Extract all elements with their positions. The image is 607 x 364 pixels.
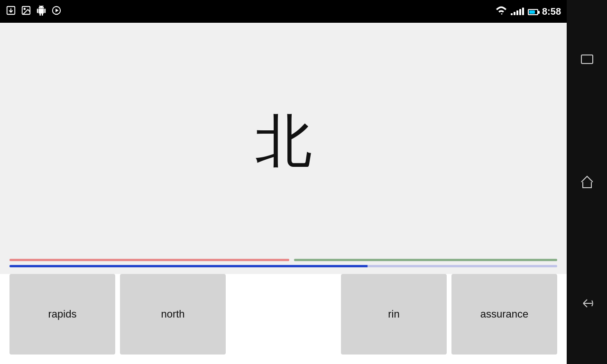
battery-icon [528,7,538,16]
back-button[interactable] [573,289,601,318]
download-icon [6,5,16,18]
image-icon [21,5,31,18]
progress-row-bottom [9,265,557,267]
answer-north[interactable]: north [120,274,226,355]
progress-bar-pink [9,259,289,261]
answer-rapids[interactable]: rapids [9,274,115,355]
svg-marker-5 [55,9,58,12]
android-icon [36,5,46,18]
side-nav [567,0,607,364]
progress-bar-blue-empty [368,265,557,267]
recent-apps-button[interactable] [573,46,601,75]
progress-bar-blue-filled [9,265,368,267]
character-area: 北 [0,23,567,259]
progress-row-top [9,259,557,261]
status-bar-right: 8:58 [496,6,561,17]
status-bar-left [6,5,62,18]
app-content: 北 rapids north rin assurance [0,23,567,364]
time-display: 8:58 [542,6,561,17]
chinese-character: 北 [255,112,312,169]
answer-spacer [230,274,336,355]
progress-area [0,259,567,267]
play-icon [51,5,62,18]
home-button[interactable] [573,168,601,196]
progress-bar-green [294,259,557,261]
status-bar: 8:58 [0,0,567,23]
svg-point-3 [24,8,25,9]
wifi-icon [496,6,507,17]
answer-assurance[interactable]: assurance [451,274,557,355]
signal-icon [511,8,524,15]
answer-rin[interactable]: rin [341,274,447,355]
svg-rect-6 [581,55,593,64]
answers-area: rapids north rin assurance [0,274,567,364]
